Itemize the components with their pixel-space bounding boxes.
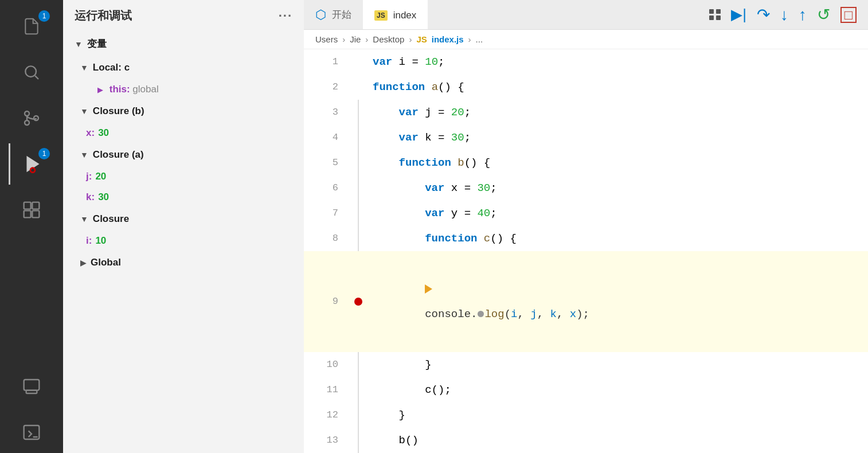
this-arrow[interactable]: ▶ xyxy=(97,85,103,94)
debug-toolbar: ▶| ↷ ↓ ↑ ↺ □ xyxy=(709,5,868,24)
bc-jie: Jie xyxy=(350,34,361,44)
tab-index-label: index xyxy=(393,10,417,21)
bc-desktop: Desktop xyxy=(373,34,404,44)
closure-b-label: Closure (b) xyxy=(93,106,144,117)
global-label: Global xyxy=(91,257,121,268)
local-c-arrow: ▼ xyxy=(80,63,88,72)
svg-point-2 xyxy=(25,111,29,116)
js-icon: JS xyxy=(374,10,388,21)
code-line-2: 2 function a() { xyxy=(304,75,868,100)
activity-bar: 1 1 xyxy=(0,0,63,453)
svg-rect-8 xyxy=(32,202,39,209)
variables-arrow: ▼ xyxy=(75,40,83,49)
explorer-badge: 1 xyxy=(38,10,50,22)
bc-users: Users xyxy=(315,34,338,44)
stop-button[interactable]: □ xyxy=(840,7,857,23)
activity-item-pages[interactable] xyxy=(9,366,54,407)
variables-label: 变量 xyxy=(87,37,107,50)
code-line-3: 3 var j = 20; xyxy=(304,100,868,125)
svg-rect-10 xyxy=(32,210,39,217)
bc-ellipsis: ... xyxy=(476,34,483,44)
local-c-section[interactable]: ▼ Local: c xyxy=(63,56,304,79)
code-line-1: 1 var i = 10; xyxy=(304,49,868,75)
main-area: ⬡ 开始 JS index ▶| ↷ ↓ ↑ ↺ □ xyxy=(304,0,868,453)
sidebar-header: 运行和调试 ··· xyxy=(63,0,304,32)
closure-section[interactable]: ▼ Closure xyxy=(63,208,304,231)
tab-index[interactable]: JS index xyxy=(363,0,428,29)
activity-item-explorer[interactable]: 1 xyxy=(9,6,54,47)
svg-rect-12 xyxy=(26,390,37,393)
tab-start-label: 开始 xyxy=(332,8,351,21)
step-over-button[interactable]: ↷ xyxy=(757,5,770,24)
closure-a-label: Closure (a) xyxy=(93,149,144,161)
sidebar-more-button[interactable]: ··· xyxy=(279,9,292,24)
closure-b-arrow: ▼ xyxy=(80,107,88,116)
this-global-item: ▶ this: global xyxy=(63,79,304,100)
svg-line-1 xyxy=(35,76,38,79)
closure-b-section[interactable]: ▼ Closure (b) xyxy=(63,100,304,123)
activity-item-source-control[interactable] xyxy=(9,97,54,139)
svg-point-3 xyxy=(25,120,29,125)
activity-item-search[interactable] xyxy=(9,52,54,93)
var-i-item: i: 10 xyxy=(63,231,304,251)
code-line-4: 4 var k = 30; xyxy=(304,125,868,150)
global-section[interactable]: ▶ Global xyxy=(63,251,304,274)
step-out-button[interactable]: ↑ xyxy=(799,6,807,24)
variables-section[interactable]: ▼ 变量 xyxy=(63,32,304,56)
code-line-11: 11 c(); xyxy=(304,377,868,403)
closure-arrow: ▼ xyxy=(80,214,88,224)
restart-button[interactable]: ↺ xyxy=(817,5,830,24)
var-k-item: k: 30 xyxy=(63,187,304,208)
bc-filename: index.js xyxy=(432,34,464,44)
continue-button[interactable]: ▶| xyxy=(731,6,746,24)
var-j-item: j: 20 xyxy=(63,166,304,187)
global-arrow: ▶ xyxy=(80,259,86,267)
code-line-6: 6 var x = 30; xyxy=(304,175,868,201)
var-x-item: x: 30 xyxy=(63,123,304,143)
code-line-12: 12 } xyxy=(304,403,868,428)
tab-bar: ⬡ 开始 JS index ▶| ↷ ↓ ↑ ↺ □ xyxy=(304,0,868,30)
sidebar-title: 运行和调试 xyxy=(75,8,132,24)
svg-rect-7 xyxy=(24,202,31,209)
svg-marker-5 xyxy=(27,157,38,171)
code-line-9: 9 console.log(i, j, k, x); xyxy=(304,251,868,352)
svg-point-6 xyxy=(30,168,35,173)
tab-start[interactable]: ⬡ 开始 xyxy=(304,0,363,29)
breadcrumb: Users › Jie › Desktop › JS index.js › ..… xyxy=(304,30,868,49)
vscode-icon: ⬡ xyxy=(315,7,326,22)
svg-rect-9 xyxy=(24,210,31,217)
code-line-8: 8 function c() { xyxy=(304,226,868,251)
closure-a-section[interactable]: ▼ Closure (a) xyxy=(63,143,304,166)
code-editor[interactable]: 1 var i = 10; 2 function a() { 3 var j =… xyxy=(304,49,868,453)
closure-label: Closure xyxy=(93,213,129,225)
step-into-button[interactable]: ↓ xyxy=(780,6,788,24)
code-line-13: 13 b() xyxy=(304,428,868,453)
grid-icon[interactable] xyxy=(709,9,721,21)
closure-a-arrow: ▼ xyxy=(80,150,88,159)
activity-item-terminal[interactable] xyxy=(9,412,54,453)
debug-badge: 1 xyxy=(38,148,50,159)
local-c-label: Local: c xyxy=(93,62,130,73)
sidebar: 运行和调试 ··· ▼ 变量 ▼ Local: c ▶ this: global… xyxy=(63,0,304,453)
activity-item-extensions[interactable] xyxy=(9,189,54,231)
code-line-7: 7 var y = 40; xyxy=(304,201,868,226)
bc-js-label: JS xyxy=(416,34,427,44)
svg-point-0 xyxy=(25,66,36,77)
code-line-10: 10 } xyxy=(304,352,868,377)
activity-item-debug[interactable]: 1 xyxy=(9,143,54,185)
svg-rect-11 xyxy=(24,380,40,390)
code-line-5: 5 function b() { xyxy=(304,150,868,175)
